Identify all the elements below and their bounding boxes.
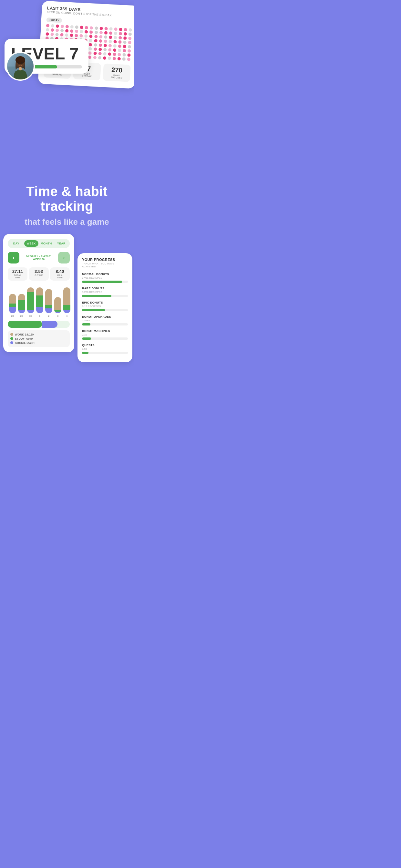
legend-label-study: STUDY 7:07H — [15, 337, 33, 340]
next-week-button[interactable]: › — [58, 252, 70, 264]
period-tabs: DAY WEEK MONTH YEAR — [8, 239, 70, 248]
dot — [109, 40, 112, 43]
bar-pill — [9, 294, 16, 313]
dot — [128, 32, 132, 36]
dot — [113, 49, 117, 52]
progress-item: RARE DONUTS 18/28 RECIEPES — [82, 287, 128, 297]
tab-day[interactable]: DAY — [9, 240, 24, 247]
dot — [109, 35, 112, 39]
dot — [118, 49, 121, 52]
progress-item: QUESTS 8/56 — [82, 344, 128, 354]
dot — [85, 30, 88, 34]
dot — [99, 35, 103, 39]
progress-fill — [82, 337, 91, 340]
dot — [124, 28, 127, 32]
bar-col: 29 — [18, 285, 25, 317]
dot — [80, 26, 84, 29]
dot — [93, 56, 96, 59]
dot — [85, 26, 89, 29]
progress-item-subtitle: 6/12 RECIEPES — [82, 305, 128, 308]
total-bar — [8, 321, 70, 328]
dot — [50, 33, 54, 36]
bar-col: 28 — [9, 285, 16, 317]
bar-col: 4 — [63, 285, 70, 317]
dot — [109, 31, 112, 35]
dot — [94, 31, 98, 34]
tab-week[interactable]: WEEK — [24, 240, 39, 247]
dot — [99, 31, 103, 35]
dot — [127, 58, 130, 61]
bar-label: 28 — [11, 314, 14, 317]
bar-pill — [54, 297, 61, 313]
dot — [93, 52, 97, 55]
dot — [108, 48, 112, 52]
legend-social: SOCIAL 5:48H — [10, 341, 67, 345]
dot — [75, 34, 79, 37]
dot — [123, 49, 126, 53]
bar-pill — [63, 287, 70, 313]
progress-track — [82, 352, 128, 354]
progress-item-title: DONUT MACHINES — [82, 330, 128, 333]
bar-pill — [36, 287, 43, 313]
tab-month[interactable]: MONTH — [39, 240, 54, 247]
today-badge: TODAY — [47, 18, 62, 23]
dot — [128, 41, 131, 44]
progress-item: DONUT MACHINES 2/10 — [82, 330, 128, 340]
tab-year[interactable]: YEAR — [54, 240, 69, 247]
legend-label-social: SOCIAL 5:48H — [15, 341, 35, 345]
dot — [128, 28, 132, 32]
progress-fill — [82, 281, 122, 283]
dot — [109, 27, 113, 31]
dot — [46, 28, 50, 32]
dot — [60, 33, 64, 36]
dot — [103, 56, 106, 60]
progress-fill — [82, 295, 112, 297]
progress-fill — [82, 352, 89, 354]
dot — [128, 36, 132, 40]
bottom-section: DAY WEEK MONTH YEAR ‹ 6/28/2021 – 7/4/20… — [0, 234, 134, 375]
dot — [98, 43, 102, 47]
dot — [119, 32, 122, 35]
dot — [123, 45, 126, 49]
avg-time-label: Ø TIME — [30, 274, 47, 276]
progress-item-subtitle: 27/31 RECIEPES — [82, 276, 128, 279]
progress-fill — [82, 309, 105, 311]
time-card: DAY WEEK MONTH YEAR ‹ 6/28/2021 – 7/4/20… — [3, 234, 74, 352]
legend-work: WORK 14:16H — [10, 333, 67, 336]
dot — [88, 56, 92, 59]
progress-track — [82, 337, 128, 340]
dot — [108, 44, 112, 48]
dot — [113, 44, 117, 48]
dot — [122, 53, 126, 57]
dot — [127, 49, 131, 53]
progress-item: DONUT UPGRADES 51/284 — [82, 315, 128, 326]
dot — [80, 30, 83, 34]
dot — [61, 25, 64, 28]
dot — [46, 24, 50, 27]
progress-item-title: QUESTS — [82, 344, 128, 347]
dot — [117, 57, 121, 61]
dot — [89, 51, 92, 55]
max-time-value: 8:40 — [51, 269, 68, 274]
stat-avg-time: 3:53 Ø TIME — [29, 268, 49, 281]
dot — [123, 36, 127, 40]
dot — [104, 39, 107, 43]
dot — [114, 32, 117, 35]
dot — [114, 36, 117, 39]
progress-item-title: NORMAL DONUTS — [82, 273, 128, 276]
dot — [89, 47, 92, 51]
dot — [118, 44, 121, 48]
dot — [119, 28, 122, 31]
progress-item-subtitle: 18/28 RECIEPES — [82, 290, 128, 293]
dot — [94, 35, 98, 38]
dot — [122, 58, 126, 61]
dot — [128, 45, 131, 49]
dot — [127, 53, 131, 57]
progress-card-subtitle: TRACK WHAT YOU HAVE ACHIEVED — [82, 262, 128, 268]
tagline-section: Time & habittracking that feels like a g… — [0, 175, 134, 234]
dot — [119, 36, 122, 40]
prev-week-button[interactable]: ‹ — [8, 252, 19, 264]
progress-track — [82, 281, 128, 283]
progress-item: NORMAL DONUTS 27/31 RECIEPES — [82, 273, 128, 283]
dot — [118, 40, 122, 44]
